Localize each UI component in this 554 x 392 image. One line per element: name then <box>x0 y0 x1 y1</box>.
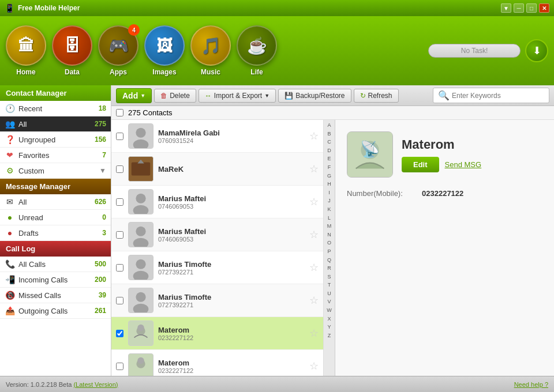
alpha-o[interactable]: O <box>327 239 331 247</box>
nav-apps[interactable]: 🎮 4 Apps <box>98 25 138 76</box>
nav-images[interactable]: 🖼 Images <box>144 25 185 76</box>
search-input[interactable] <box>452 92 544 100</box>
maximize-button[interactable]: □ <box>526 3 537 13</box>
alpha-z[interactable]: Z <box>328 331 331 340</box>
contact-checkbox-3[interactable] <box>116 231 123 239</box>
sidebar-item-favorites[interactable]: ❤ Favorites 7 <box>0 148 111 163</box>
alpha-y[interactable]: Y <box>327 323 331 331</box>
minimize-button[interactable]: ─ <box>514 3 524 13</box>
sidebar-item-msg-all-label: All <box>18 198 27 206</box>
calllog-header: Call Log <box>0 241 111 257</box>
alpha-bar: ABCDEFGHIJKLMNOPQRSTUVWXYZ <box>323 120 335 376</box>
alpha-x[interactable]: X <box>327 315 331 323</box>
search-box: 🔍 <box>433 88 549 103</box>
sidebar-item-custom[interactable]: ⚙ Custom ▼ <box>0 163 111 179</box>
detail-header: 📡 Materom Edit Send MSG <box>347 131 542 178</box>
contact-avatar-7 <box>128 353 154 376</box>
alpha-b[interactable]: B <box>327 130 331 138</box>
total-contacts-label: 275 Contacts <box>128 108 173 117</box>
contact-row-2[interactable]: Marius Maftei 0746069053 ☆ <box>111 186 323 218</box>
star-icon-1[interactable]: ☆ <box>309 163 319 175</box>
alpha-v[interactable]: V <box>327 297 331 306</box>
nav-home[interactable]: 🏛 Home <box>6 25 46 76</box>
sidebar-item-outgoing[interactable]: 📤 Outgoing Calls 261 <box>0 303 111 319</box>
alpha-s[interactable]: S <box>327 273 331 281</box>
nav-music[interactable]: 🎵 Music <box>190 25 231 76</box>
alpha-k[interactable]: K <box>327 205 331 214</box>
alpha-d[interactable]: D <box>327 146 331 155</box>
add-button[interactable]: Add ▼ <box>116 88 152 103</box>
select-all-checkbox[interactable] <box>116 109 123 116</box>
contact-phone-4: 0727392271 <box>158 269 305 276</box>
refresh-button[interactable]: ↻ Refresh <box>354 89 399 103</box>
collapse-button[interactable]: ▼ <box>501 3 511 13</box>
contact-row-5[interactable]: Marius Timofte 0727392271 ☆ <box>111 284 323 317</box>
alpha-l[interactable]: L <box>328 214 331 223</box>
alpha-m[interactable]: M <box>327 222 332 231</box>
sidebar-item-unread[interactable]: ● Unread 0 <box>0 210 111 225</box>
detail-actions: Edit Send MSG <box>402 157 481 172</box>
star-icon-2[interactable]: ☆ <box>309 195 319 208</box>
help-link[interactable]: Need help ? <box>514 381 548 388</box>
window-controls: ▼ ─ □ ✕ <box>501 3 549 13</box>
alpha-r[interactable]: R <box>327 264 331 273</box>
star-icon-7[interactable]: ☆ <box>309 360 319 372</box>
alpha-q[interactable]: Q <box>327 256 331 265</box>
edit-button[interactable]: Edit <box>402 157 439 172</box>
star-icon-0[interactable]: ☆ <box>309 130 319 142</box>
alpha-e[interactable]: E <box>327 154 331 163</box>
contact-avatar-5 <box>128 288 154 313</box>
send-msg-button[interactable]: Send MSG <box>445 157 482 172</box>
contact-avatar-0 <box>128 123 154 149</box>
contact-checkbox-2[interactable] <box>116 198 123 206</box>
contact-row-6[interactable]: Materom 0232227122 ☆ <box>111 317 323 350</box>
star-icon-3[interactable]: ☆ <box>309 228 319 241</box>
alpha-h[interactable]: H <box>327 180 331 189</box>
sidebar-item-missed[interactable]: 📵 Missed Calls 39 <box>0 288 111 303</box>
import-export-button[interactable]: ↔ Import & Export ▼ <box>199 89 276 103</box>
star-icon-6[interactable]: ☆ <box>309 327 319 340</box>
star-icon-4[interactable]: ☆ <box>309 261 319 274</box>
sidebar-item-incoming[interactable]: 📲 Incoming Calls 200 <box>0 272 111 288</box>
contact-checkbox-7[interactable] <box>116 363 123 370</box>
backup-restore-button[interactable]: 💾 Backup/Restore <box>278 89 351 103</box>
delete-button[interactable]: 🗑 Delete <box>154 89 196 103</box>
latest-version-link[interactable]: (Latest Version) <box>73 381 118 388</box>
sidebar-item-drafts[interactable]: ● Drafts 3 <box>0 225 111 241</box>
contact-checkbox-5[interactable] <box>116 297 123 304</box>
sidebar-item-missed-label: Missed Calls <box>18 291 61 300</box>
alpha-t[interactable]: T <box>328 281 331 289</box>
contact-row-3[interactable]: Marius Maftei 0746069053 ☆ <box>111 218 323 251</box>
contact-row-7[interactable]: Materom 0232227122 ☆ <box>111 350 323 376</box>
version-number: Version: 1.0.2.218 Beta <box>6 381 72 388</box>
sidebar-item-msg-all[interactable]: ✉ All 626 <box>0 194 111 210</box>
download-button[interactable]: ⬇ <box>525 39 548 62</box>
alpha-p[interactable]: P <box>327 247 331 256</box>
contact-checkbox-0[interactable] <box>116 133 123 140</box>
contact-row-0[interactable]: MamaMirela Gabi 0760931524 ☆ <box>111 120 323 153</box>
star-icon-5[interactable]: ☆ <box>309 294 319 307</box>
contact-checkbox-4[interactable] <box>116 264 123 272</box>
contact-checkbox-1[interactable] <box>116 165 123 173</box>
alpha-j[interactable]: J <box>328 197 331 205</box>
contact-row-4[interactable]: Marius Timofte 0727392271 ☆ <box>111 251 323 284</box>
drafts-icon: ● <box>5 228 15 238</box>
sidebar-item-recent[interactable]: 🕐 Recent 18 <box>0 101 111 116</box>
alpha-n[interactable]: N <box>327 231 331 239</box>
contact-checkbox-6[interactable] <box>116 330 123 337</box>
alpha-u[interactable]: U <box>327 289 331 298</box>
close-button[interactable]: ✕ <box>539 3 549 13</box>
refresh-icon: ↻ <box>360 92 366 100</box>
nav-life[interactable]: ☕ Life <box>237 25 277 76</box>
alpha-c[interactable]: C <box>327 138 331 146</box>
sidebar-item-all[interactable]: 👥 All 275 <box>0 116 111 132</box>
alpha-w[interactable]: W <box>327 306 332 315</box>
contact-row-1[interactable]: MaReK ☆ <box>111 153 323 186</box>
alpha-g[interactable]: G <box>327 172 331 180</box>
nav-data[interactable]: 🗄 Data <box>52 25 92 76</box>
sidebar-item-all-calls[interactable]: 📞 All Calls 500 <box>0 257 111 272</box>
sidebar-item-ungrouped[interactable]: ❓ Ungrouped 156 <box>0 132 111 148</box>
alpha-i[interactable]: I <box>328 189 330 197</box>
alpha-a[interactable]: A <box>327 121 331 130</box>
alpha-f[interactable]: F <box>328 163 331 172</box>
